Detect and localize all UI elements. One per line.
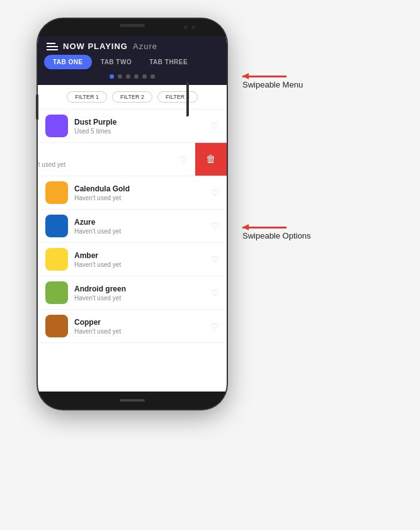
color-swatch-amber	[45, 248, 68, 271]
delete-action-button[interactable]: 🗑	[195, 143, 227, 176]
dot-4	[134, 74, 139, 79]
item-info-dust-purple: Dust Purple Used 5 times	[74, 118, 211, 135]
item-subtitle: Used 5 times	[74, 128, 211, 135]
color-swatch-copper	[45, 315, 68, 337]
item-info-copper: Copper Haven't used yet	[74, 318, 211, 335]
item-subtitle: Haven't used yet	[74, 261, 211, 268]
annotation-label-1: Swipeable Menu	[242, 80, 303, 89]
color-swatch-calendula-gold	[45, 181, 68, 204]
arrow-line-1	[242, 76, 287, 77]
filters-container: FILTER 1 FILTER 2 FILTER 3	[38, 85, 227, 110]
header-subtitle: Azure	[133, 42, 157, 51]
filter-2-chip[interactable]: FILTER 2	[112, 91, 152, 103]
item-name: Calendula Gold	[74, 184, 211, 193]
heart-icon-copper[interactable]: ♡	[211, 321, 219, 331]
item-name: Amber	[74, 251, 211, 260]
tab-three[interactable]: TAB THREE	[140, 55, 196, 69]
annotation-arrow-2	[242, 227, 287, 228]
filter-3-chip[interactable]: FILTER 3	[157, 91, 198, 103]
item-subtitle: Haven't used yet	[74, 228, 211, 235]
power-button	[186, 82, 189, 116]
heart-icon-android-green[interactable]: ♡	[211, 288, 219, 298]
color-list: Dust Purple Used 5 times ♡ Aqua Haven't …	[38, 110, 227, 392]
filter-1-chip[interactable]: FILTER 1	[67, 91, 107, 103]
item-subtitle: Haven't used yet	[74, 328, 211, 335]
item-info-android-green: Android green Haven't used yet	[74, 285, 211, 302]
dot-6	[150, 74, 155, 79]
aqua-row-wrapper: Aqua Haven't used yet ♡ 🗑	[38, 143, 227, 176]
item-subtitle: Haven't used yet	[74, 295, 211, 302]
tabs-container: TAB ONE TAB TWO TAB THREE	[38, 55, 227, 74]
annotation-arrow-1	[242, 76, 287, 77]
home-indicator	[120, 399, 145, 402]
trash-icon: 🗑	[206, 154, 216, 165]
color-swatch-android-green	[45, 281, 68, 304]
heart-icon-azure[interactable]: ♡	[211, 221, 219, 231]
app-header: NOW PLAYING Azure	[38, 37, 227, 55]
list-item: Android green Haven't used yet ♡	[38, 276, 227, 310]
hamburger-icon[interactable]	[47, 43, 58, 50]
annotation-swipeable-options: Swipeable Options	[242, 227, 310, 240]
list-item: Azure Haven't used yet ♡	[38, 210, 227, 243]
dot-3	[126, 74, 130, 79]
item-name: Dust Purple	[74, 118, 211, 127]
tab-one[interactable]: TAB ONE	[44, 55, 92, 69]
dots-container	[38, 74, 227, 85]
color-swatch-dust-purple	[45, 115, 68, 137]
heart-icon-amber[interactable]: ♡	[211, 254, 219, 264]
annotation-swipeable-menu: Swipeable Menu	[242, 76, 303, 89]
phone-speaker	[120, 24, 145, 27]
front-camera-right	[191, 25, 195, 29]
list-item: Amber Haven't used yet ♡	[38, 243, 227, 276]
item-name: Android green	[74, 285, 211, 293]
heart-icon-aqua[interactable]: ♡	[179, 154, 188, 164]
front-camera-left	[184, 25, 188, 29]
list-item: Copper Haven't used yet ♡	[38, 310, 227, 343]
dot-5	[142, 74, 147, 79]
item-info-azure: Azure Haven't used yet	[74, 218, 211, 235]
arrow-line-2	[242, 227, 287, 228]
color-swatch-azure	[45, 215, 68, 237]
item-info-amber: Amber Haven't used yet	[74, 251, 211, 268]
list-item: Calendula Gold Haven't used yet ♡	[38, 176, 227, 210]
heart-icon[interactable]: ♡	[211, 121, 219, 131]
aqua-list-item: Aqua Haven't used yet ♡	[38, 143, 195, 176]
annotation-label-2: Swipeable Options	[242, 231, 310, 240]
item-name: Azure	[74, 218, 211, 227]
item-info-aqua: Aqua Haven't used yet	[38, 151, 179, 168]
dot-1	[110, 74, 114, 79]
dot-2	[118, 74, 122, 79]
heart-icon-calendula[interactable]: ♡	[211, 188, 219, 198]
phone-shell: NOW PLAYING Azure TAB ONE TAB TWO TAB TH…	[38, 19, 227, 409]
phone-bottom-bar	[38, 392, 227, 409]
phone-screen: NOW PLAYING Azure TAB ONE TAB TWO TAB TH…	[38, 37, 227, 392]
phone-top-bar	[38, 19, 227, 37]
item-subtitle: Haven't used yet	[38, 161, 179, 168]
item-info-calendula: Calendula Gold Haven't used yet	[74, 184, 211, 201]
header-title: NOW PLAYING	[63, 42, 128, 51]
item-name: Aqua	[38, 151, 179, 160]
item-subtitle: Haven't used yet	[74, 195, 211, 201]
list-item: Dust Purple Used 5 times ♡	[38, 110, 227, 143]
item-name: Copper	[74, 318, 211, 327]
tab-two[interactable]: TAB TWO	[92, 55, 140, 69]
volume-button	[36, 94, 38, 120]
